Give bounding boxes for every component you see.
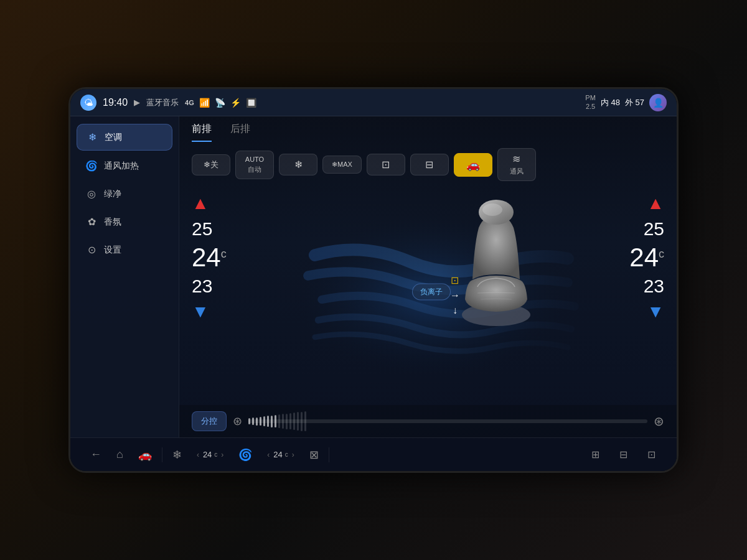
nav-back[interactable]: ←: [83, 438, 109, 471]
mode-btn-front-defrost[interactable]: ⊡: [367, 154, 405, 175]
sidebar-label-settings: 设置: [104, 245, 121, 256]
nav-exit-btn[interactable]: ⊡: [639, 445, 664, 464]
nav-sep-1: [162, 447, 162, 462]
split-button[interactable]: 分控: [192, 411, 227, 431]
fan-tick-8: [278, 414, 280, 428]
left-chevron-icon: ‹: [197, 450, 199, 459]
sidebar-label-ventilate: 通风加热: [104, 161, 139, 172]
nav-split-btn[interactable]: ⊟: [611, 445, 636, 464]
left-temp-current: 24c: [192, 243, 227, 273]
mode-btn-auto[interactable]: AUTO 自动: [235, 151, 274, 179]
ac-icon: ❄: [86, 131, 98, 143]
nav-sep-2: [329, 447, 329, 462]
nav-home[interactable]: ⌂: [109, 438, 131, 471]
sidebar-item-ac[interactable]: ❄ 空调: [77, 124, 172, 151]
nav-right-temp-value: 24c: [273, 450, 288, 459]
fan-tick-6: [271, 416, 273, 427]
music-label: 蓝牙音乐: [146, 97, 179, 108]
right-chevron-icon: ›: [221, 450, 223, 459]
sidebar-item-settings[interactable]: ⊙ 设置: [77, 237, 172, 263]
right-temp-left-chevron: ‹: [267, 450, 270, 459]
nav-ac-icon[interactable]: ❄: [165, 438, 189, 471]
svg-point-3: [482, 203, 502, 216]
right-temp-target: 25: [644, 218, 664, 240]
nav-right-temp[interactable]: ‹ 24c ›: [260, 438, 301, 471]
left-temp-degree: c: [221, 248, 227, 261]
ventilate-icon: 🌀: [85, 160, 98, 172]
fan-tick-7: [275, 415, 276, 428]
auto-label: 自动: [248, 165, 261, 174]
media-icon: 🔲: [246, 98, 256, 108]
fan-slider-track: [248, 419, 647, 423]
left-temp-target: 25: [192, 218, 212, 240]
rear-defrost-icon: ⊟: [425, 159, 433, 170]
fan-tick-12: [293, 413, 295, 430]
nav-right-group: ⊞ ⊟ ⊡: [583, 445, 664, 464]
mode-btn-cool[interactable]: ❄: [279, 154, 317, 175]
sidebar-item-clean[interactable]: ◎ 绿净: [77, 181, 172, 207]
nav-car[interactable]: 🚗: [131, 438, 159, 471]
fan-tick-13: [297, 412, 299, 431]
sidebar: ❄ 空调 🌀 通风加热 ◎ 绿净 ✿ 香氛 ⊙ 设置: [70, 116, 179, 437]
right-temp-control: ▲ 25 24c 23 ▼: [602, 187, 677, 405]
clock: 19:40: [103, 97, 128, 108]
signal-icons: 4G 📶 📡 ⚡ 🔲: [185, 98, 256, 108]
mode-btn-ventilation[interactable]: ≋ 通风: [497, 148, 536, 181]
fan-icon-left: ⊛: [233, 414, 242, 428]
fan-tick-14: [301, 412, 303, 431]
exit-icon: ⊡: [647, 449, 655, 460]
settings-icon: ⊙: [85, 244, 98, 256]
status-left: 🌤 19:40 ▶ 蓝牙音乐 4G 📶 📡 ⚡ 🔲: [80, 95, 585, 111]
fan-tick-0: [248, 418, 250, 424]
fan-tick-11: [289, 413, 291, 430]
seat-svg: [440, 200, 552, 337]
ventilation-label: 通风: [510, 167, 524, 176]
mode-btn-off[interactable]: ❄关: [192, 154, 230, 175]
left-temp-down[interactable]: ▼: [192, 302, 209, 322]
signal-bar-icon: 📶: [199, 98, 210, 108]
sidebar-label-fragrance: 香氛: [104, 217, 121, 228]
outdoor-aqi: 外 57: [625, 97, 644, 108]
vent-down-icon: ↓: [453, 305, 458, 316]
seat-icon: 🚗: [466, 158, 480, 172]
tab-front[interactable]: 前排: [192, 123, 212, 142]
car-icon: 🚗: [138, 448, 152, 462]
climate-area: ▲ 25 24c 23 ▼: [179, 187, 677, 405]
pm25-label: PM2.5: [585, 94, 596, 110]
user-avatar[interactable]: 👤: [649, 94, 667, 111]
bottom-nav: ← ⌂ 🚗 ❄ ‹ 24c › 🌀 ‹: [70, 437, 677, 471]
home-icon: ⌂: [116, 448, 123, 461]
center-viz: 负离子 ⊡ → ↓: [260, 187, 602, 405]
nav-grid-btn[interactable]: ⊞: [583, 445, 608, 464]
off-icon: ❄关: [204, 159, 218, 170]
auto-icon: AUTO: [245, 156, 264, 163]
4g-icon: 4G: [185, 99, 194, 106]
right-temp-down[interactable]: ▼: [647, 302, 664, 322]
mode-btn-rear-defrost[interactable]: ⊟: [410, 154, 449, 175]
grid-icon: ⊞: [591, 449, 599, 460]
cool-icon: ❄: [294, 159, 303, 170]
fragrance-icon: ✿: [85, 216, 98, 228]
seat-svg-container: [440, 200, 565, 337]
fan-slider[interactable]: [248, 419, 647, 423]
negative-ion-label[interactable]: 负离子: [412, 284, 451, 301]
sidebar-item-ventilate[interactable]: 🌀 通风加热: [77, 153, 172, 179]
main-content: ❄ 空调 🌀 通风加热 ◎ 绿净 ✿ 香氛 ⊙ 设置: [70, 116, 677, 437]
nav-rear-ac[interactable]: ⊠: [302, 438, 326, 471]
mode-btn-coolmax[interactable]: ❄MAX: [322, 156, 362, 174]
weather-icon: 🌤: [80, 95, 96, 111]
nav-left-temp[interactable]: ‹ 24c ›: [189, 438, 231, 471]
seat-heat-icon: 🌀: [238, 448, 252, 462]
tab-rear[interactable]: 后排: [230, 123, 250, 142]
clean-icon: ◎: [85, 188, 98, 200]
left-temp-up[interactable]: ▲: [192, 194, 209, 213]
vent-top-icon: ⊡: [451, 274, 459, 286]
right-temp-lower: 23: [644, 276, 664, 297]
sidebar-label-clean: 绿净: [104, 189, 121, 200]
right-temp-up[interactable]: ▲: [647, 194, 664, 213]
coolmax-icon: ❄MAX: [332, 161, 352, 169]
sidebar-item-fragrance[interactable]: ✿ 香氛: [77, 209, 172, 235]
mode-btn-seat[interactable]: 🚗: [454, 153, 492, 177]
front-defrost-icon: ⊡: [382, 159, 390, 170]
nav-center-icon[interactable]: 🌀: [231, 438, 260, 471]
